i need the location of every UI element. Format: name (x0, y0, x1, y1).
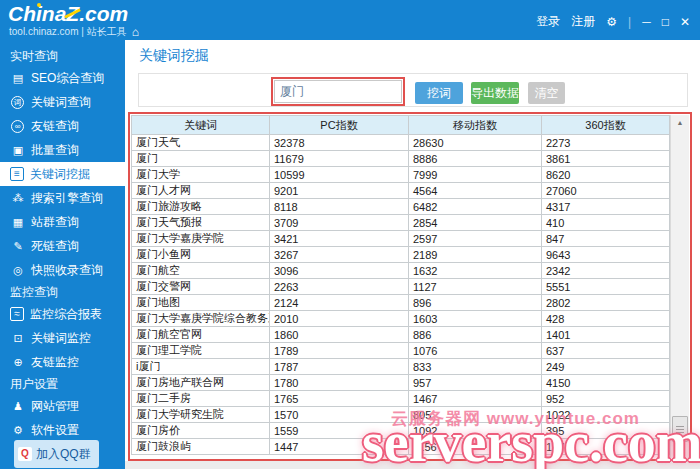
app-window: ChinaZ.com tool.chinaz.com | 站长工具 ⌂ 登录 注… (0, 0, 700, 469)
sidebar-item-software-settings[interactable]: ⚙ 软件设置 (0, 418, 125, 442)
header-separator: | (628, 15, 631, 29)
sidebar-item-monitor-report[interactable]: ≈ 监控综合报表 (0, 302, 125, 326)
sidebar-item-label: 友链查询 (31, 114, 79, 138)
cell-pc-index: 1860 (270, 327, 409, 343)
table-row[interactable]: 厦门地图 2124 896 2802 (132, 295, 670, 311)
close-button[interactable]: ✕ (680, 15, 690, 29)
table-row[interactable]: 厦门大学研究生院 1570 805 1022 (132, 407, 670, 423)
table-row[interactable]: 厦门鼓浪屿 1447 1156 157 (132, 439, 670, 455)
cell-360-index: 395 (542, 423, 670, 439)
table-row[interactable]: 厦门 11679 8886 3861 (132, 151, 670, 167)
camera-icon: ◎ (10, 258, 26, 282)
register-link[interactable]: 注册 (571, 13, 595, 30)
table-row[interactable]: 厦门交警网 2263 1127 5551 (132, 279, 670, 295)
table-row[interactable]: 厦门航空官网 1860 886 1401 (132, 327, 670, 343)
table-row[interactable]: 厦门航空 3096 1632 2342 (132, 263, 670, 279)
table-row[interactable]: 厦门天气预报 3709 2854 410 (132, 215, 670, 231)
sidebar-item-keyword-monitor[interactable]: ⊡ 关键词监控 (0, 326, 125, 350)
qq-penguin-icon: Q (18, 447, 32, 461)
link-monitor-icon: ⊕ (10, 350, 26, 374)
table-row[interactable]: 厦门大学嘉庚学院 3421 2597 847 (132, 231, 670, 247)
annotation-box-table: 关键词 PC指数 移动指数 360指数 厦门天气 32378 2863 (128, 112, 692, 461)
chinaz-logo[interactable]: ChinaZ.com (8, 2, 128, 26)
col-header-mobile-index: 移动指数 (409, 116, 542, 135)
sidebar-item-join-qq-group[interactable]: Q 加入QQ群 (0, 442, 125, 466)
cell-mobile-index: 2189 (409, 247, 542, 263)
table-row[interactable]: 厦门房价 1559 1092 395 (132, 423, 670, 439)
table-row[interactable]: 厦门房地产联合网 1780 957 4150 (132, 375, 670, 391)
vertical-scrollbar[interactable]: ▲ ▼ (670, 115, 689, 458)
join-qq-group-button[interactable]: Q 加入QQ群 (14, 440, 99, 468)
login-link[interactable]: 登录 (536, 13, 560, 30)
page-title: 关键词挖掘 (139, 47, 209, 65)
cell-pc-index: 2263 (270, 279, 409, 295)
cell-pc-index: 3096 (270, 263, 409, 279)
cell-pc-index: 2124 (270, 295, 409, 311)
sidebar-item-seo[interactable]: ▤ SEO综合查询 (0, 66, 125, 90)
user-icon: ♟ (10, 394, 26, 418)
logo-z: Z (66, 2, 79, 26)
cell-mobile-index: 896 (409, 295, 542, 311)
cell-mobile-index: 7999 (409, 167, 542, 183)
document-icon: ▤ (10, 66, 26, 90)
table-row[interactable]: 厦门大学嘉庚学院综合教务系统 2010 1603 428 (132, 311, 670, 327)
cell-keyword: 厦门 (132, 151, 270, 167)
sidebar-item-site-group-query[interactable]: ▦ 站群查询 (0, 210, 125, 234)
sidebar-item-keyword-query[interactable]: 词 关键词查询 (0, 90, 125, 114)
sidebar-item-keyword-mining[interactable]: ≡ 关键词挖掘 (0, 162, 125, 186)
settings-icon[interactable]: ⚙ (606, 15, 617, 29)
cell-pc-index: 9201 (270, 183, 409, 199)
cell-mobile-index: 8886 (409, 151, 542, 167)
search-panel: 挖词 导出数据 清空 (138, 73, 688, 107)
sidebar-section-monitor: 监控查询 (0, 282, 125, 302)
maximize-button[interactable]: □ (662, 15, 669, 29)
cell-360-index: 27060 (542, 183, 670, 199)
cell-360-index: 2342 (542, 263, 670, 279)
app-header: ChinaZ.com tool.chinaz.com | 站长工具 ⌂ 登录 注… (0, 0, 700, 40)
minimize-button[interactable]: ─ (642, 15, 651, 29)
sidebar-item-dead-link-query[interactable]: ✎ 死链查询 (0, 234, 125, 258)
col-header-pc-index: PC指数 (270, 116, 409, 135)
dig-words-button[interactable]: 挖词 (415, 82, 463, 104)
table-row[interactable]: 厦门小鱼网 3267 2189 9643 (132, 247, 670, 263)
table-row[interactable]: 厦门理工学院 1789 1076 637 (132, 343, 670, 359)
bar-chart-icon: ▦ (10, 210, 26, 234)
scrollbar-down-icon[interactable]: ▼ (671, 443, 689, 458)
bottom-strip (125, 461, 700, 469)
home-icon[interactable]: ⌂ (132, 25, 139, 39)
cell-360-index: 428 (542, 311, 670, 327)
cell-mobile-index: 1076 (409, 343, 542, 359)
list-icon: ≡ (10, 167, 24, 181)
table-row[interactable]: 厦门二手房 1765 1467 952 (132, 391, 670, 407)
sidebar-item-friend-link-query[interactable]: ∞ 友链查询 (0, 114, 125, 138)
table-row[interactable]: 厦门大学 10599 7999 8620 (132, 167, 670, 183)
sidebar-item-snapshot-query[interactable]: ◎ 快照收录查询 (0, 258, 125, 282)
scrollbar-up-icon[interactable]: ▲ (671, 115, 689, 130)
keyword-input[interactable] (274, 80, 402, 103)
sidebar-item-site-manage[interactable]: ♟ 网站管理 (0, 394, 125, 418)
export-data-button[interactable]: 导出数据 (471, 82, 519, 104)
cell-360-index: 952 (542, 391, 670, 407)
sidebar-item-search-engine-query[interactable]: ⁂ 搜索引擎查询 (0, 186, 125, 210)
logo-com: .com (79, 2, 128, 25)
sidebar-item-batch-query[interactable]: ▣ 批量查询 (0, 138, 125, 162)
cell-360-index: 1401 (542, 327, 670, 343)
cell-pc-index: 1765 (270, 391, 409, 407)
sidebar-item-friend-link-monitor[interactable]: ⊕ 友链监控 (0, 350, 125, 374)
table-row[interactable]: 厦门人才网 9201 4564 27060 (132, 183, 670, 199)
cell-360-index: 9643 (542, 247, 670, 263)
table-row[interactable]: 厦门旅游攻略 8118 6482 4317 (132, 199, 670, 215)
table-row[interactable]: 厦门天气 32378 28630 2273 (132, 135, 670, 151)
clear-button[interactable]: 清空 (528, 82, 565, 104)
scrollbar-thumb[interactable] (672, 416, 688, 442)
cell-mobile-index: 957 (409, 375, 542, 391)
sidebar-item-label: 关键词挖掘 (30, 162, 90, 186)
cell-360-index: 637 (542, 343, 670, 359)
cell-pc-index: 1789 (270, 343, 409, 359)
cell-360-index: 4317 (542, 199, 670, 215)
table-row[interactable]: i厦门 1787 833 249 (132, 359, 670, 375)
cell-mobile-index: 1632 (409, 263, 542, 279)
cell-mobile-index: 1092 (409, 423, 542, 439)
cell-keyword: 厦门天气预报 (132, 215, 270, 231)
cell-pc-index: 3421 (270, 231, 409, 247)
